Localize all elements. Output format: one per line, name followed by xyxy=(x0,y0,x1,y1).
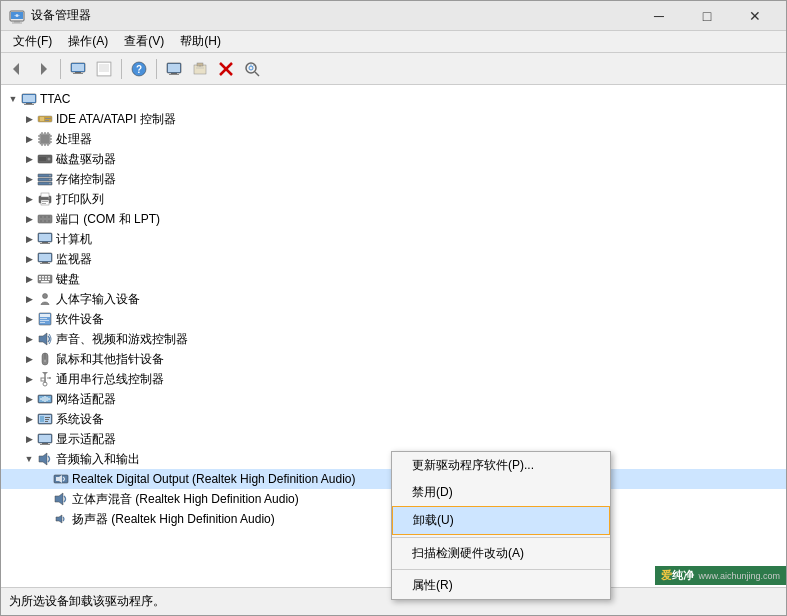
tree-view-btn[interactable] xyxy=(92,57,116,81)
tree-toggle-port[interactable]: ▶ xyxy=(21,211,37,227)
tree-speaker-label: 扬声器 (Realtek High Definition Audio) xyxy=(72,511,275,528)
svg-rect-126 xyxy=(45,421,48,422)
tree-monitor-label: 监视器 xyxy=(56,251,92,268)
tree-toggle-keyboard[interactable]: ▶ xyxy=(21,271,37,287)
context-menu: 更新驱动程序软件(P)... 禁用(D) 卸载(U) 扫描检测硬件改动(A) 属… xyxy=(391,451,611,600)
tree-root[interactable]: ▼ TTAC xyxy=(1,89,786,109)
svg-rect-91 xyxy=(45,276,47,278)
tree-computer[interactable]: ▶ 计算机 xyxy=(1,229,786,249)
tree-toggle-storage[interactable]: ▶ xyxy=(21,171,37,187)
computer-tree-icon xyxy=(21,91,37,107)
tree-ide[interactable]: ▶ IDE ATA/ATAPI 控制器 xyxy=(1,109,786,129)
tree-monitor[interactable]: ▶ 监视器 xyxy=(1,249,786,269)
tree-toggle-network[interactable]: ▶ xyxy=(21,391,37,407)
tree-toggle-mouse[interactable]: ▶ xyxy=(21,351,37,367)
tree-toggle-software[interactable]: ▶ xyxy=(21,311,37,327)
tree-toggle-computer[interactable]: ▶ xyxy=(21,231,37,247)
context-disable[interactable]: 禁用(D) xyxy=(392,479,610,506)
tree-hid-label: 人体字输入设备 xyxy=(56,291,140,308)
svg-point-75 xyxy=(44,216,46,218)
svg-point-79 xyxy=(48,220,50,222)
help-btn[interactable]: ? xyxy=(127,57,151,81)
tree-toggle-hid[interactable]: ▶ xyxy=(21,291,37,307)
tree-port[interactable]: ▶ 端口 (COM 和 LPT) xyxy=(1,209,786,229)
ide-icon xyxy=(37,111,53,127)
tree-keyboard[interactable]: ▶ 键盘 xyxy=(1,269,786,289)
menu-help[interactable]: 帮助(H) xyxy=(172,31,229,52)
tree-print[interactable]: ▶ 打印队列 xyxy=(1,189,786,209)
delete-btn[interactable] xyxy=(214,57,238,81)
svg-rect-96 xyxy=(48,279,50,281)
tree-software[interactable]: ▶ 软件设备 xyxy=(1,309,786,329)
device-pkg-btn[interactable] xyxy=(188,57,212,81)
toolbar: ? xyxy=(1,53,786,85)
speaker-digital-icon xyxy=(53,471,69,487)
svg-rect-94 xyxy=(42,279,44,281)
tree-toggle-disk[interactable]: ▶ xyxy=(21,151,37,167)
tree-toggle-ide[interactable]: ▶ xyxy=(21,111,37,127)
svg-rect-124 xyxy=(45,417,50,418)
tree-sound[interactable]: ▶ 声音、视频和游戏控制器 xyxy=(1,329,786,349)
svg-rect-22 xyxy=(171,73,177,74)
tree-toggle-system[interactable]: ▶ xyxy=(21,411,37,427)
maximize-button[interactable]: □ xyxy=(684,1,730,31)
context-properties[interactable]: 属性(R) xyxy=(392,572,610,599)
svg-rect-123 xyxy=(40,416,44,422)
tree-toggle-usb[interactable]: ▶ xyxy=(21,371,37,387)
tree-cpu[interactable]: ▶ xyxy=(1,129,786,149)
svg-rect-93 xyxy=(39,279,41,281)
back-button[interactable] xyxy=(5,57,29,81)
tree-toggle-print[interactable]: ▶ xyxy=(21,191,37,207)
tree-toggle-audio[interactable]: ▼ xyxy=(21,451,37,467)
title-bar-controls: ─ □ ✕ xyxy=(636,1,778,31)
tree-hid[interactable]: ▶ 人体字输入设备 xyxy=(1,289,786,309)
title-bar-icon xyxy=(9,8,25,24)
system-icon xyxy=(37,411,53,427)
svg-rect-87 xyxy=(40,263,50,264)
context-sep-2 xyxy=(392,569,610,570)
tree-toggle-cpu[interactable]: ▶ xyxy=(21,131,37,147)
svg-rect-86 xyxy=(42,262,48,263)
svg-rect-95 xyxy=(45,279,47,281)
svg-rect-21 xyxy=(168,64,180,72)
tree-display[interactable]: ▶ 显示适配器 xyxy=(1,429,786,449)
menu-view[interactable]: 查看(V) xyxy=(116,31,172,52)
tree-toggle-sound[interactable]: ▶ xyxy=(21,331,37,347)
tree-system[interactable]: ▶ 系统设备 xyxy=(1,409,786,429)
tree-network[interactable]: ▶ 网络适配器 xyxy=(1,389,786,409)
tree-storage[interactable]: ▶ 存储控制器 xyxy=(1,169,786,189)
tree-audio-label: 音频输入和输出 xyxy=(56,451,140,468)
tree-storage-label: 存储控制器 xyxy=(56,171,116,188)
svg-rect-37 xyxy=(26,103,32,104)
tree-realtek-digital-label: Realtek Digital Output (Realtek High Def… xyxy=(72,472,355,486)
svg-point-66 xyxy=(49,183,51,185)
context-scan-hardware[interactable]: 扫描检测硬件改动(A) xyxy=(392,540,610,567)
monitor-btn[interactable] xyxy=(162,57,186,81)
tree-usb[interactable]: ▶ 通用串行总线控制器 xyxy=(1,369,786,389)
toolbar-sep-2 xyxy=(121,59,122,79)
tree-toggle-root[interactable]: ▼ xyxy=(5,91,21,107)
tree-port-label: 端口 (COM 和 LPT) xyxy=(56,211,160,228)
menu-file[interactable]: 文件(F) xyxy=(5,31,60,52)
speaker-icon xyxy=(53,491,69,507)
close-button[interactable]: ✕ xyxy=(732,1,778,31)
menu-action[interactable]: 操作(A) xyxy=(60,31,116,52)
tree-network-label: 网络适配器 xyxy=(56,391,116,408)
tree-mouse[interactable]: ▶ 鼠标和其他指针设备 xyxy=(1,349,786,369)
minimize-button[interactable]: ─ xyxy=(636,1,682,31)
context-update-driver[interactable]: 更新驱动程序软件(P)... xyxy=(392,452,610,479)
context-uninstall[interactable]: 卸载(U) xyxy=(392,506,610,535)
scan-btn[interactable] xyxy=(240,57,264,81)
svg-rect-23 xyxy=(169,74,179,75)
computer-icon-btn[interactable] xyxy=(66,57,90,81)
forward-button[interactable] xyxy=(31,57,55,81)
svg-rect-83 xyxy=(40,243,50,244)
svg-rect-9 xyxy=(72,64,84,71)
tree-disk-label: 磁盘驱动器 xyxy=(56,151,116,168)
watermark-url: www.aichunjing.com xyxy=(698,571,780,581)
tree-toggle-monitor[interactable]: ▶ xyxy=(21,251,37,267)
tree-computer-label: 计算机 xyxy=(56,231,92,248)
tree-disk[interactable]: ▶ 磁盘驱动器 xyxy=(1,149,786,169)
svg-text:?: ? xyxy=(136,64,142,75)
tree-toggle-display[interactable]: ▶ xyxy=(21,431,37,447)
